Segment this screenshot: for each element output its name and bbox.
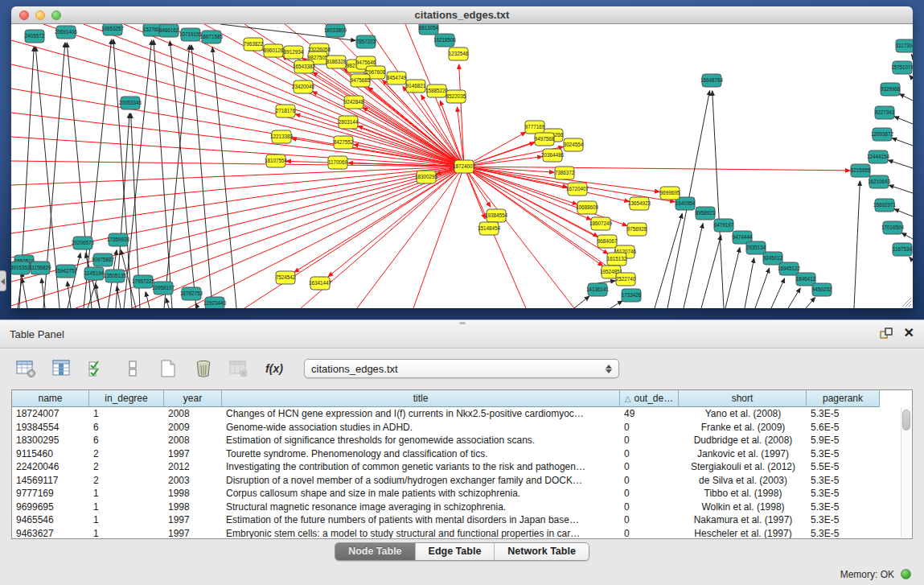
graph-node[interactable]: 1117304 (896, 39, 913, 52)
graph-node[interactable]: 8215955 (851, 164, 871, 177)
graph-node[interactable]: 16782753 (180, 287, 203, 300)
graph-node[interactable]: 16720407 (566, 183, 589, 196)
graph-node[interactable]: 18107554 (265, 154, 288, 167)
graph-node[interactable]: 23420046 (292, 80, 315, 93)
table-row[interactable]: 969969511998Structural magnetic resonanc… (12, 501, 912, 514)
graph-node[interactable]: 13654923 (628, 197, 651, 210)
graph-node[interactable]: 12923448 (203, 297, 227, 308)
graph-node[interactable]: 9756928 (627, 223, 647, 236)
column-header-title[interactable]: title (222, 390, 620, 407)
graph-node[interactable]: 15148454 (478, 222, 501, 235)
graph-node[interactable]: 12213383 (270, 130, 294, 143)
graph-node[interactable]: 15692971 (873, 199, 897, 212)
tab-node-table[interactable]: Node Table (335, 543, 414, 560)
table-row[interactable]: 946554611997Estimation of the future num… (12, 513, 912, 527)
graph-node[interactable]: 7386372 (555, 167, 575, 179)
graph-node[interactable]: 14136141 (586, 283, 610, 296)
show-columns-icon[interactable] (50, 357, 74, 380)
table-mode-icon[interactable] (14, 357, 39, 380)
table-row[interactable]: 1456911722003Disruption of a novel membe… (12, 474, 912, 488)
tab-network-table[interactable]: Network Table (494, 543, 589, 560)
graph-node[interactable]: 17359928 (107, 233, 130, 246)
graph-node[interactable]: 12093872 (871, 128, 894, 141)
column-header-pagerank[interactable]: pagerank (807, 390, 880, 407)
graph-node[interactable]: 8186328 (326, 56, 347, 68)
column-header-year[interactable]: year (164, 390, 222, 407)
graph-node[interactable]: 17016504 (881, 221, 905, 234)
network-canvas[interactable]: 1872400724055722069140610653257152760284… (11, 24, 913, 308)
table-row[interactable]: 2242004622012Investigating the contribut… (12, 460, 912, 474)
graph-node[interactable]: 8427552 (334, 136, 354, 149)
graph-node[interactable]: 16341447 (309, 277, 332, 290)
window-titlebar[interactable]: citations_edges.txt (11, 6, 913, 24)
graph-node[interactable]: 1145194 (84, 267, 105, 280)
column-header-name[interactable]: name (12, 390, 89, 407)
graph-node[interactable]: 15885220 (425, 84, 449, 97)
graph-node[interactable]: 18300295 (415, 171, 438, 183)
trash-icon[interactable] (191, 357, 216, 380)
table-row[interactable]: 911546021997Tourette syndrome. Phenomeno… (12, 447, 912, 461)
graph-node[interactable]: 9146821 (406, 80, 426, 93)
graph-node[interactable]: 18607249 (589, 217, 613, 230)
float-panel-icon[interactable] (880, 328, 893, 340)
window-resize-grip[interactable] (901, 296, 911, 307)
graph-node[interactable]: 2405572 (25, 30, 45, 43)
splitter-grip[interactable] (459, 322, 466, 324)
graph-node[interactable]: 8522035 (446, 90, 466, 103)
graph-node[interactable]: 20691406 (55, 26, 78, 39)
table-row[interactable]: 1938455462009Genome-wide association stu… (12, 421, 912, 435)
graph-node[interactable]: 8960128 (264, 44, 284, 57)
graph-node[interactable]: 16648784 (700, 74, 724, 87)
table-select-dropdown[interactable]: citations_edges.txt (304, 359, 619, 378)
graph-node[interactable]: 8454749 (387, 72, 407, 84)
graph-node[interactable]: 2803144 (339, 116, 359, 129)
graph-node[interactable]: 2522740 (616, 273, 636, 286)
column-header-out_de[interactable]: △out_de… (620, 390, 679, 407)
graph-node[interactable]: 3024554 (564, 138, 584, 151)
graph-node[interactable]: 16210643 (868, 175, 891, 188)
graph-node[interactable]: 8813054 (419, 24, 439, 35)
row-union-icon[interactable] (121, 357, 145, 380)
graph-node[interactable]: 7524542 (276, 271, 296, 284)
graph-node[interactable]: 1170069 (328, 156, 348, 169)
column-header-in_degree[interactable]: in_degree (89, 390, 164, 407)
graph-node[interactable]: 13505135 (104, 270, 127, 282)
graph-node[interactable]: 10653257 (101, 24, 125, 35)
new-file-icon[interactable] (156, 357, 180, 380)
graph-node[interactable]: 2718176 (276, 105, 296, 117)
graph-node[interactable]: 1167534 (893, 243, 913, 256)
graph-node[interactable]: 16543382 (293, 60, 316, 73)
zoom-window-icon[interactable] (51, 10, 61, 20)
graph-node[interactable]: 10719155 (179, 28, 203, 41)
function-builder-icon[interactable]: f(x) (262, 357, 286, 380)
graph-node[interactable]: 9475685 (351, 74, 371, 87)
select-columns-icon[interactable] (85, 357, 109, 380)
table-row[interactable]: 946362711997Embryonic stem cells: a mode… (12, 527, 912, 539)
graph-node[interactable]: 20206576 (72, 237, 95, 249)
graph-node[interactable]: 7857223 (356, 35, 376, 48)
graph-node[interactable]: 9777169 (525, 121, 545, 134)
table-row[interactable]: 1872400712008Changes of HCN gene express… (12, 407, 912, 421)
memory-ok-indicator[interactable] (901, 569, 911, 579)
graph-node[interactable]: 20053346 (119, 97, 142, 109)
graph-node[interactable]: 10958107 (152, 282, 175, 295)
graph-node[interactable]: 16033809 (324, 24, 347, 37)
panel-collapse-handle[interactable] (0, 270, 6, 291)
column-header-short[interactable]: short (679, 390, 807, 407)
graph-node[interactable]: 1615132 (607, 253, 627, 266)
close-panel-icon[interactable]: ✕ (904, 327, 914, 340)
graph-node[interactable]: 9699695 (660, 187, 680, 200)
graph-node[interactable]: 19384554 (485, 209, 508, 222)
graph-node[interactable]: 2935134 (746, 241, 766, 254)
graph-node[interactable]: 15751074 (891, 61, 913, 74)
graph-node[interactable]: 9450232 (812, 283, 832, 296)
graph-node[interactable]: 1232546 (449, 47, 469, 60)
graph-node[interactable]: 8958923 (696, 207, 716, 220)
minimize-window-icon[interactable] (35, 10, 45, 20)
graph-node[interactable]: 10688609 (576, 201, 599, 214)
close-window-icon[interactable] (19, 10, 29, 20)
graph-node[interactable]: 90975887 (92, 253, 115, 266)
graph-node[interactable]: 7963822 (244, 38, 264, 51)
graph-node[interactable]: 1733426 (622, 289, 642, 302)
tab-edge-table[interactable]: Edge Table (415, 543, 495, 560)
